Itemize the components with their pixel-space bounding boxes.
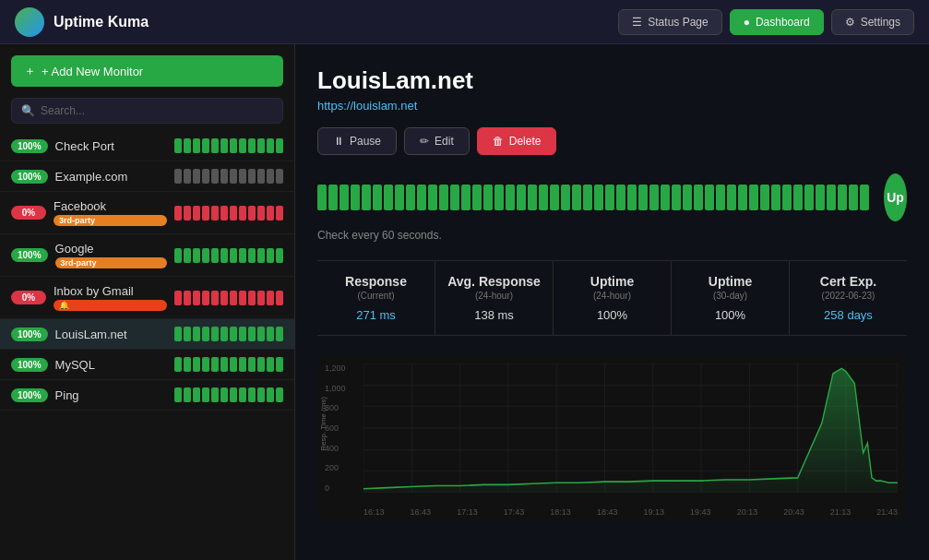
monitor-name-louislam: LouisLam.net [55,328,167,341]
stat-label-response: Response [328,274,423,289]
status-badge-mysql: 100% [11,358,48,372]
uptime-bar-row: Up [317,173,907,221]
plus-icon: ＋ [24,63,36,79]
action-buttons: ⏸ Pause ✏ Edit 🗑 Delete [317,127,907,155]
sidebar: ＋ + Add New Monitor 🔍 100% Check Port [0,44,295,560]
main-content: ＋ + Add New Monitor 🔍 100% Check Port [0,44,929,560]
stat-value-uptime-24h: 100% [565,308,660,322]
status-page-button[interactable]: ☰ Status Page [618,9,721,35]
monitor-name-wrap-gmail: Inbox by Gmail 🔔 [54,284,167,311]
search-icon: 🔍 [21,104,35,117]
stat-value-avg-response: 138 ms [447,308,542,322]
stat-sublabel-cert: (2022-06-23) [801,291,896,301]
status-badge-checkport: 100% [11,139,48,153]
tag-google: 3rd-party [55,257,167,268]
app-title: Uptime Kuma [54,14,149,30]
edit-icon: ✏ [420,135,429,148]
stat-label-avg-response: Avg. Response [447,274,542,289]
dashboard-icon: ● [744,16,750,29]
heartbeats-ping [174,387,283,402]
stat-label-cert: Cert Exp. [801,274,896,289]
status-badge-gmail: 0% [11,291,46,304]
monitor-name-wrap-ping: Ping [55,388,167,402]
heartbeats-louislam [174,327,283,341]
chart-y-labels: 1,200 1,000 800 600 400 200 0 [325,363,346,493]
chart-svg [363,363,898,493]
header: Uptime Kuma ☰ Status Page ● Dashboard ⚙ … [0,0,929,44]
stats-row: Response (Current) 271 ms Avg. Response … [317,260,907,336]
status-badge-facebook: 0% [11,206,46,220]
monitor-item-louislam[interactable]: 100% LouisLam.net [0,319,294,350]
stat-value-cert[interactable]: 258 days [801,308,896,322]
monitor-item-checkport[interactable]: 100% Check Port [0,131,294,161]
detail-panel: LouisLam.net https://louislam.net ⏸ Paus… [295,44,929,560]
gear-icon: ⚙ [845,16,855,29]
uptime-bars [317,185,869,210]
stat-avg-response: Avg. Response (24-hour) 138 ms [435,261,554,335]
delete-button[interactable]: 🗑 Delete [477,127,557,155]
heartbeats-mysql [174,357,283,372]
heartbeats-example [174,169,283,184]
chart-x-labels: 16:13 16:43 17:13 17:43 18:13 18:43 19:1… [363,507,898,517]
dashboard-button[interactable]: ● Dashboard [730,9,824,35]
search-input[interactable] [41,104,273,117]
monitor-name-facebook: Facebook [54,199,167,213]
monitor-name-wrap-example: Example.com [55,170,167,184]
monitor-item-google[interactable]: 100% Google 3rd-party [0,234,294,277]
heartbeats-checkport [174,138,283,153]
stat-label-uptime-24h: Uptime [565,274,660,289]
search-bar: 🔍 [11,98,283,124]
stat-sublabel-uptime-30d: (30-day) [683,291,778,301]
settings-button[interactable]: ⚙ Settings [831,9,914,35]
chart-area: 1,200 1,000 800 600 400 200 0 [317,354,907,520]
monitor-name-example: Example.com [55,170,167,184]
stat-value-uptime-30d: 100% [683,308,778,322]
app-logo [15,7,44,37]
stat-label-uptime-30d: Uptime [683,274,778,289]
status-page-icon: ☰ [632,16,642,29]
heartbeats-facebook [174,206,283,220]
monitor-name-wrap-facebook: Facebook 3rd-party [54,199,167,226]
stat-uptime-24h: Uptime (24-hour) 100% [554,261,672,335]
status-badge-ping: 100% [11,388,48,402]
stat-cert-exp: Cert Exp. (2022-06-23) 258 days [790,261,907,335]
header-left: Uptime Kuma [15,7,149,37]
pause-button[interactable]: ⏸ Pause [317,127,397,155]
monitor-name-gmail: Inbox by Gmail [54,284,167,298]
add-monitor-button[interactable]: ＋ + Add New Monitor [11,55,283,87]
stat-sublabel-avg-response: (24-hour) [447,291,542,301]
monitor-item-ping[interactable]: 100% Ping [0,380,294,411]
monitor-name-ping: Ping [55,388,167,402]
stat-uptime-30d: Uptime (30-day) 100% [672,261,790,335]
pause-icon: ⏸ [333,135,344,148]
check-interval: Check every 60 seconds. [317,229,907,242]
stat-sublabel-response: (Current) [328,291,423,301]
status-badge-google: 100% [11,248,48,262]
monitor-item-gmail[interactable]: 0% Inbox by Gmail 🔔 [0,277,294,319]
monitor-name-wrap-checkport: Check Port [55,139,167,153]
monitor-item-example[interactable]: 100% Example.com [0,161,294,192]
monitor-name-wrap-google: Google 3rd-party [55,242,167,268]
tag-facebook: 3rd-party [54,215,167,226]
stat-sublabel-uptime-24h: (24-hour) [565,291,660,301]
detail-url[interactable]: https://louislam.net [317,99,907,113]
tag-gmail: 🔔 [54,300,167,311]
heartbeats-google [174,248,283,263]
stat-value-response[interactable]: 271 ms [328,308,423,322]
edit-button[interactable]: ✏ Edit [404,127,470,155]
status-badge-louislam: 100% [11,328,48,341]
status-badge-example: 100% [11,170,48,184]
monitor-name-wrap-louislam: LouisLam.net [55,328,167,341]
monitor-list: 100% Check Port 100% Example.com [0,131,294,560]
monitor-name-google: Google [55,242,167,256]
monitor-item-mysql[interactable]: 100% MySQL [0,350,294,380]
header-right: ☰ Status Page ● Dashboard ⚙ Settings [618,9,914,35]
detail-title: LouisLam.net [317,66,907,95]
up-badge: Up [884,173,907,221]
heartbeats-gmail [174,291,283,305]
trash-icon: 🗑 [493,135,504,148]
monitor-name-wrap-mysql: MySQL [55,358,167,372]
monitor-name-mysql: MySQL [55,358,167,372]
monitor-item-facebook[interactable]: 0% Facebook 3rd-party [0,192,294,234]
monitor-name-checkport: Check Port [55,139,167,153]
